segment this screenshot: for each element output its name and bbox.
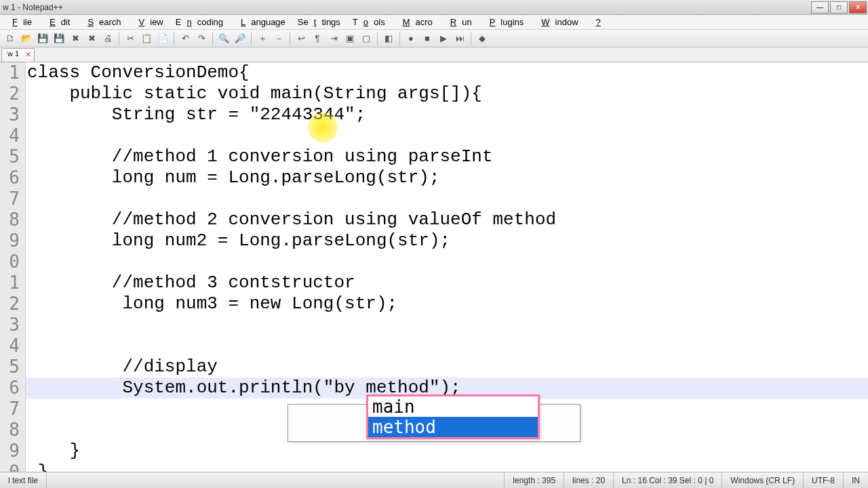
menu-edit[interactable]: Edit xyxy=(39,16,75,28)
replace-icon[interactable]: 🔎 xyxy=(233,31,248,46)
autocomplete-item[interactable]: method xyxy=(368,417,538,437)
menu-view[interactable]: View xyxy=(128,16,169,28)
unfold-icon[interactable]: ▢ xyxy=(359,31,374,46)
fold-icon[interactable]: ▣ xyxy=(342,31,357,46)
line-number: 3 xyxy=(0,104,20,125)
menu-settings[interactable]: Settings xyxy=(292,16,346,28)
close-icon[interactable]: ✖ xyxy=(68,31,83,46)
all-chars-icon[interactable]: ¶ xyxy=(310,31,325,46)
menu-plugins[interactable]: Plugins xyxy=(479,16,530,28)
status-length: length : 395 xyxy=(505,472,564,488)
line-number: 4 xyxy=(0,125,20,146)
cut-icon[interactable]: ✂ xyxy=(123,31,138,46)
menu-bar: File Edit Search View Encoding Language … xyxy=(0,15,868,30)
wrap-icon[interactable]: ↩ xyxy=(294,31,309,46)
code-line[interactable]: } xyxy=(26,462,868,472)
autocomplete-item[interactable]: main xyxy=(368,396,538,417)
print-icon[interactable]: 🖨 xyxy=(100,31,115,46)
line-number: 2 xyxy=(0,293,20,314)
code-line[interactable] xyxy=(26,314,868,336)
status-spacer xyxy=(47,472,505,488)
hide-lines-icon[interactable]: ◧ xyxy=(381,31,396,46)
play-multi-icon[interactable]: ⏭ xyxy=(452,31,467,46)
open-icon[interactable]: 📂 xyxy=(19,31,34,46)
line-number: 6 xyxy=(0,378,20,399)
play-icon[interactable]: ▶ xyxy=(436,31,451,46)
copy-icon[interactable]: 📋 xyxy=(139,31,154,46)
menu-run[interactable]: Run xyxy=(439,16,477,28)
code-line[interactable]: String str = "22443344"; xyxy=(26,104,868,125)
line-number: 4 xyxy=(0,336,20,357)
undo-icon[interactable]: ↶ xyxy=(178,31,193,46)
code-line[interactable] xyxy=(26,125,868,146)
code-line[interactable]: //display xyxy=(26,357,868,378)
window-controls: — □ ✕ xyxy=(811,1,867,14)
code-line[interactable]: //method 2 conversion using valueOf meth… xyxy=(26,209,868,230)
line-number: 9 xyxy=(0,441,20,462)
code-line[interactable]: long num = Long.parseLong(str); xyxy=(26,167,868,188)
close-all-icon[interactable]: ✖ xyxy=(84,31,99,46)
paste-icon[interactable]: 📄 xyxy=(155,31,170,46)
menu-macro[interactable]: Macro xyxy=(392,16,438,28)
status-filetype: l text file xyxy=(0,472,47,488)
code-line[interactable]: long num2 = Long.parseLong(str); xyxy=(26,230,868,251)
editor-tab[interactable]: w 1 ✕ xyxy=(1,48,35,62)
tab-label: w 1 xyxy=(7,49,19,58)
toolbar-separator xyxy=(399,32,400,45)
zoom-in-icon[interactable]: ＋ xyxy=(255,31,270,46)
menu-window[interactable]: Window xyxy=(530,16,583,28)
status-bar: l text file length : 395 lines : 20 Ln :… xyxy=(0,472,868,488)
line-number: 7 xyxy=(0,188,20,209)
toolbar-separator xyxy=(377,32,378,45)
menu-encoding[interactable]: Encoding xyxy=(170,16,229,28)
editor-area[interactable]: 12345678901234567890 class ConversionDem… xyxy=(0,62,868,472)
line-number: 9 xyxy=(0,230,20,251)
menu-help[interactable]: ? xyxy=(585,16,612,28)
save-icon[interactable]: 💾 xyxy=(35,31,50,46)
line-number: 8 xyxy=(0,209,20,230)
line-number: 5 xyxy=(0,146,20,167)
code-line[interactable] xyxy=(26,188,868,209)
indent-icon[interactable]: ⇥ xyxy=(326,31,341,46)
toolbar: 🗋📂💾💾✖✖🖨✂📋📄↶↷🔍🔎＋－↩¶⇥▣▢◧●■▶⏭◆ xyxy=(0,30,868,47)
code-line[interactable]: long num3 = new Long(str); xyxy=(26,293,868,314)
menu-file[interactable]: File xyxy=(1,16,37,28)
window-title: w 1 - Notepad++ xyxy=(3,3,63,12)
save-all-icon[interactable]: 💾 xyxy=(52,31,66,46)
status-eol: Windows (CR LF) xyxy=(722,472,804,488)
redo-icon[interactable]: ↷ xyxy=(194,31,209,46)
zoom-out-icon[interactable]: － xyxy=(271,31,286,46)
toolbar-separator xyxy=(251,32,252,45)
record-icon[interactable]: ● xyxy=(403,31,418,46)
code-line[interactable]: } xyxy=(26,441,868,462)
maximize-button[interactable]: □ xyxy=(830,1,848,14)
line-number-gutter: 12345678901234567890 xyxy=(0,62,26,472)
find-icon[interactable]: 🔍 xyxy=(216,31,231,46)
line-number: 6 xyxy=(0,167,20,188)
code-line[interactable]: //method 1 conversion using parseInt xyxy=(26,146,868,167)
close-button[interactable]: ✕ xyxy=(849,1,867,14)
new-icon[interactable]: 🗋 xyxy=(3,31,18,46)
menu-tools[interactable]: Tools xyxy=(347,16,391,28)
status-position: Ln : 16 Col : 39 Sel : 0 | 0 xyxy=(614,472,722,488)
code-line[interactable]: //method 3 contstructor xyxy=(26,272,868,293)
line-number: 0 xyxy=(0,251,20,272)
minimize-button[interactable]: — xyxy=(811,1,829,14)
line-number: 1 xyxy=(0,62,20,83)
code-line[interactable] xyxy=(26,251,868,272)
stop-icon[interactable]: ■ xyxy=(420,31,435,46)
toolbar-separator xyxy=(471,32,471,45)
code-line[interactable] xyxy=(26,336,868,357)
tab-close-icon[interactable]: ✕ xyxy=(25,50,31,59)
line-number: 3 xyxy=(0,314,20,336)
code-line[interactable]: class ConversionDemo{ xyxy=(26,62,868,83)
menu-search[interactable]: Search xyxy=(77,16,126,28)
menu-language[interactable]: Language xyxy=(230,16,291,28)
autocomplete-popup[interactable]: mainmethod xyxy=(366,394,540,439)
window-titlebar: w 1 - Notepad++ — □ ✕ xyxy=(0,0,868,15)
code-line[interactable]: public static void main(String args[]){ xyxy=(26,83,868,104)
code-content[interactable]: class ConversionDemo{ public static void… xyxy=(26,62,868,472)
line-number: 2 xyxy=(0,83,20,104)
line-number: 0 xyxy=(0,462,20,472)
toggle-icon[interactable]: ◆ xyxy=(475,31,490,46)
